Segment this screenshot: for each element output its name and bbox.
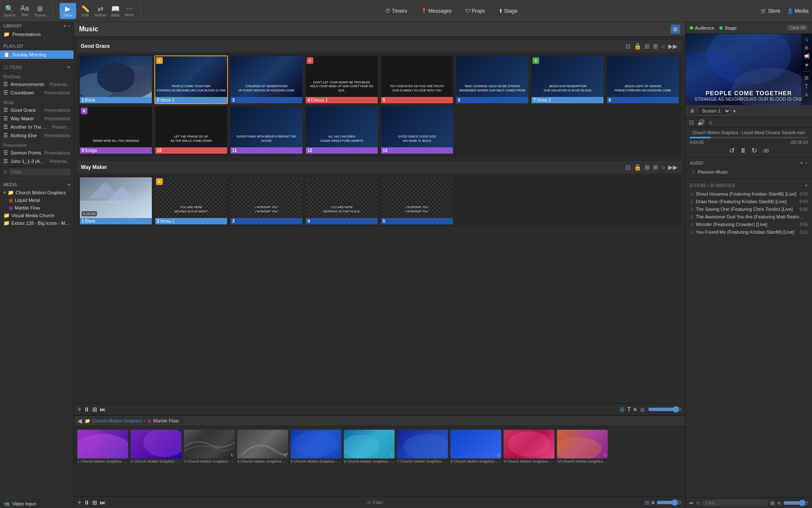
breadcrumb-church-motion[interactable]: Church Motion Graphics <box>92 418 143 423</box>
grid-preview-icon[interactable]: ⊞ <box>804 75 809 81</box>
add-media-btn[interactable]: + <box>77 499 81 506</box>
forward-media-btn[interactable]: ⏭ <box>100 499 106 506</box>
john-item[interactable]: ☰ John 1_1-3 (ASB) Presenta... <box>0 157 74 166</box>
props-btn[interactable]: 🛡 Props <box>465 8 485 14</box>
stage-btn[interactable]: ⬆ Stage <box>499 8 518 14</box>
media-thumb-7[interactable]: 7 Church Motion Graphics - Ma... <box>397 430 448 493</box>
media-thumb-10[interactable]: ↻ 10 Church Motion Graphics - ... <box>557 430 608 493</box>
bible-toolbar-btn[interactable]: 📖 Bible <box>111 5 120 17</box>
visual-media-item[interactable]: 📁 Visual Media Church <box>0 212 74 219</box>
lock-icon[interactable]: 🔒 <box>633 42 642 50</box>
slide-2[interactable]: A PEOPLE COME TOGETHERSTRANGE AS NEIGHBO… <box>154 55 228 104</box>
slide-9[interactable]: B SWING WIDE ALL YOU HEAVENS 9 Bridge <box>79 106 153 155</box>
wm-screen-icon[interactable]: ⊡ <box>625 163 631 171</box>
music-output-icon[interactable]: ♫ <box>708 119 713 126</box>
add-song-btn[interactable]: + <box>77 406 81 413</box>
media-thumb-1[interactable]: 1 Church Motion Graphics - Ma... <box>77 430 128 493</box>
media-thumb-6[interactable]: ↻ 6 Church Motion Graphics - ... <box>344 430 395 493</box>
search-toolbar-btn[interactable]: 🔍 Search <box>3 5 16 17</box>
text-preview-icon[interactable]: T <box>805 83 808 89</box>
grid-view-btn[interactable]: ⊞ <box>92 406 97 413</box>
slide-10[interactable]: LET THE PRAISE GO UPAS THE WALLS COME DO… <box>154 106 228 155</box>
slide-8[interactable]: JESUS LIGHT OF HEAVENFRIEND FOREVER HIS … <box>606 55 680 104</box>
slide-12[interactable]: ALL HIS CHILDRENCLEAN HANDS PURE HEARTS … <box>305 106 379 155</box>
screen-icon[interactable]: ⊡ <box>625 42 631 50</box>
sermon-points-item[interactable]: ☰ Sermon Points Presentations <box>0 149 74 157</box>
slide-6[interactable]: TAKE COURAGE HOLD ON BE STRONGREMEMBER W… <box>455 55 529 104</box>
next-icon[interactable]: ▶▶ <box>667 42 678 50</box>
progress-bar[interactable] <box>690 137 808 138</box>
another-fire-item[interactable]: ☰ Another In The Fire Present... <box>0 123 74 131</box>
wm-grid-icon[interactable]: ⊞ <box>644 163 650 171</box>
edit-toolbar-btn[interactable]: ✏️ Edit <box>81 5 90 17</box>
marble-flow-item[interactable]: ▣ Marble Flow <box>0 204 74 212</box>
music-item-3[interactable]: ♫ The Saving One (Featuring Chris Tomlin… <box>686 205 812 213</box>
slide-1[interactable]: 0:30.00 1 Blank <box>79 55 153 104</box>
grid-btn[interactable]: ⊞ <box>620 406 625 413</box>
media-thumb-5[interactable]: 5 Church Motion Graphics - Ma... <box>291 430 341 493</box>
playlist-add-btn[interactable]: + <box>805 182 808 188</box>
media-back-btn[interactable]: ◀ <box>77 417 82 424</box>
media-thumb-9[interactable]: 9 Church Motion Graphics - Ma... <box>504 430 554 493</box>
zoom-slider[interactable] <box>648 406 682 413</box>
music-item-2[interactable]: ♫ Draw Near (Featuring Kristian Stanfill… <box>686 198 812 205</box>
pause-media-btn[interactable]: ⏸ <box>84 499 90 506</box>
slide-11[interactable]: EVERYTHING WITH BREATH REPEAT THE SOUND … <box>230 106 303 155</box>
media-add-btn[interactable]: + <box>68 182 70 187</box>
music-item-6[interactable]: ♫ You Found Me (Featuring Kristian Stanf… <box>686 228 812 236</box>
slide-13[interactable]: GOOD GRACE GOOD GODHIS NAME IS JESUS 13 <box>380 106 454 155</box>
next-btn[interactable]: ⏭ <box>100 406 106 413</box>
library-filter-input[interactable] <box>9 168 70 175</box>
list-preview-icon[interactable]: ≡ <box>805 92 808 98</box>
megaphone-icon[interactable]: 📢 <box>804 53 810 59</box>
speaker-icon[interactable]: 🔊 <box>697 119 705 126</box>
slide-4[interactable]: C DON'T LET YOUR HEART BE TROUBLEDHOLD Y… <box>305 55 379 104</box>
shuffle-icon[interactable]: ⇌ <box>689 500 694 506</box>
list-view-btn[interactable]: ≡ <box>634 406 637 413</box>
list-right-btn[interactable]: ≡ <box>777 500 781 506</box>
minus-30-btn[interactable]: -30 <box>762 148 769 153</box>
media-btn[interactable]: 👤 Media <box>787 8 809 14</box>
right-volume-slider[interactable] <box>783 500 809 506</box>
grid-icon[interactable]: ⊞ <box>644 42 650 50</box>
slide-5[interactable]: FIX YOUR EYES ON THIS ONE TRUTHGOD IS MA… <box>380 55 454 104</box>
announcements-item[interactable]: ☰ Announcements Presenta... <box>0 80 74 88</box>
pause-btn[interactable]: ⏸ <box>84 406 90 413</box>
media-thumb-8[interactable]: ↻ 8 Church Motion Graphics - ... <box>450 430 501 493</box>
grid-view-btn-r[interactable]: ⊞ <box>645 499 650 506</box>
media-thumb-2[interactable]: 2 Church Motion Graphics - ... <box>131 430 181 493</box>
wm-lock-icon[interactable]: 🔒 <box>633 163 642 171</box>
nothing-else-item[interactable]: ☰ Nothing Else Presentations <box>0 131 74 140</box>
audio-add-btn[interactable]: + <box>800 160 803 166</box>
screen-dropdown[interactable]: Screen 1 <box>697 107 731 115</box>
messages-btn[interactable]: 📍 Messages <box>421 8 452 14</box>
video-input-item[interactable]: 📹 Video Input <box>0 500 74 508</box>
emoji-btn[interactable]: ☺ <box>639 406 645 413</box>
text-toolbar-btn[interactable]: Aa Text <box>21 5 29 17</box>
expand-icon[interactable]: ⊞ <box>652 42 659 50</box>
slide-7[interactable]: S JESUS OUR REDEMPTIONOUR SALVATION IS I… <box>531 55 604 104</box>
grid-media-btn[interactable]: ⊞ <box>92 499 97 506</box>
presentations-item[interactable]: 📁 Presentations <box>0 30 74 39</box>
sunday-morning-item[interactable]: 📋 Sunday Morning <box>0 50 74 59</box>
store-btn[interactable]: 🛒 Store <box>760 8 780 14</box>
wm-loop-icon[interactable]: ○ <box>661 163 666 171</box>
music-item-5[interactable]: ♫ Wonder (Featuring Crowder) [Live] 3:55 <box>686 221 812 228</box>
library-add-btn[interactable]: + <box>63 24 66 28</box>
music-item-1[interactable]: ♫ Shout Hosanna (Featuring Kristian Stan… <box>686 190 812 198</box>
star-icon[interactable]: ★ <box>804 62 809 68</box>
wm-slide-5[interactable]: I WORSHIP YOUI WORSHIP YOU 5 <box>380 177 454 225</box>
media-thumb-4[interactable]: ↻ 4 Church Motion Graphics - ... <box>237 430 288 493</box>
liquid-metal-item[interactable]: ▣ Liquid Metal <box>0 196 74 204</box>
library-collapse-btn[interactable]: − <box>68 24 70 28</box>
timers-btn[interactable]: ⏱ Timers <box>385 8 407 14</box>
wm-slide-3[interactable]: I WORSHIP YOUI WORSHIP YOU 3 <box>230 177 303 225</box>
wm-slide-2[interactable]: A YOU ARE HEREMOVING IN OUR MIDST 2 Vers… <box>154 177 228 225</box>
rewind-btn[interactable]: ↺ <box>729 146 735 155</box>
passion-music-item[interactable]: ♫ Passion Music <box>690 168 808 176</box>
countdown-item[interactable]: ☰ Countdown Presentations <box>0 88 74 97</box>
list-view-btn-r[interactable]: ≡ <box>651 499 655 506</box>
grid-right-btn[interactable]: ⊞ <box>770 500 775 506</box>
theme-toolbar-btn[interactable]: ⊞ Theme <box>34 5 46 17</box>
music-item-4[interactable]: ♫ The Awesome God You Are (Featuring Mat… <box>686 213 812 221</box>
